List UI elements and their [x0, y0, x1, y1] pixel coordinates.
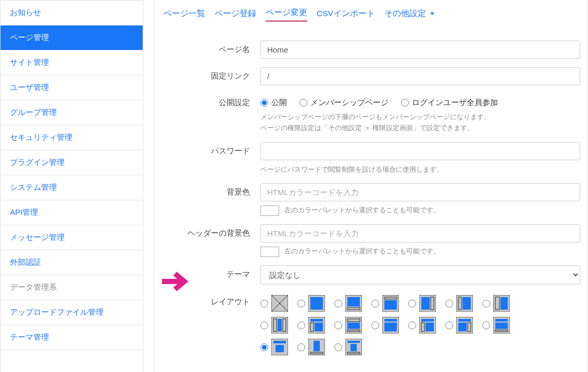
layout-icon-header-left-main: [308, 317, 325, 333]
tab-other-settings-label: その他設定: [384, 9, 426, 18]
sidebar-item-external-auth[interactable]: 外部認証: [1, 250, 143, 275]
tab-csv-import[interactable]: CSVインポート: [317, 8, 375, 21]
layout-icon-left-main-2: [493, 295, 510, 312]
sidebar-item-upload-mgmt[interactable]: アップロードファイル管理: [1, 300, 143, 325]
header-bgcolor-help: 左のカラーパレットから選択することも可能です。: [284, 248, 440, 255]
layout-opt-2-4[interactable]: [371, 317, 399, 333]
header-bgcolor-palette-button[interactable]: [260, 247, 279, 257]
layout-opt-2-5[interactable]: [408, 317, 436, 333]
layout-icon-header-main: [382, 295, 399, 312]
layout-icon-header-main-footer: [345, 317, 362, 333]
layout-opt-3-3[interactable]: [334, 339, 362, 355]
svg-rect-37: [421, 323, 424, 331]
svg-rect-46: [495, 330, 508, 331]
visibility-membership-label: メンバーシップページ: [310, 98, 389, 108]
layout-opt-1-6[interactable]: [445, 295, 473, 312]
sidebar-item-theme-mgmt[interactable]: テーマ管理: [1, 325, 143, 350]
tabs: ページ一覧 ページ登録 ページ変更 CSVインポート その他設定: [161, 0, 580, 26]
visibility-label: 公開設定: [161, 94, 260, 134]
tab-page-edit[interactable]: ページ変更: [266, 7, 307, 22]
svg-rect-22: [278, 319, 282, 331]
password-label: パスワード: [161, 142, 260, 175]
password-input[interactable]: [260, 142, 580, 160]
svg-rect-4: [310, 297, 323, 310]
fixed-link-label: 固定リンク: [161, 67, 260, 85]
visibility-login-all[interactable]: ログインユーザ全員参加: [401, 98, 498, 108]
svg-rect-45: [495, 323, 508, 329]
svg-rect-55: [351, 344, 357, 351]
header-bgcolor-input[interactable]: [260, 224, 580, 242]
sidebar-item-message-mgmt[interactable]: メッセージ管理: [1, 225, 143, 250]
layout-opt-3-1[interactable]: [260, 339, 288, 355]
main-content: ページ一覧 ページ登録 ページ変更 CSVインポート その他設定 ページ名 固定…: [154, 0, 588, 372]
layout-icon-hlm: [419, 317, 436, 333]
sidebar-item-security-mgmt[interactable]: セキュリティ管理: [1, 125, 143, 150]
svg-rect-38: [426, 323, 434, 331]
visibility-login-all-radio[interactable]: [401, 99, 409, 107]
svg-rect-27: [315, 323, 323, 331]
layout-opt-1-4[interactable]: [371, 295, 399, 312]
layout-opt-1-2[interactable]: [297, 295, 325, 312]
layout-opt-1-7[interactable]: [482, 295, 510, 312]
svg-rect-19: [501, 297, 508, 310]
visibility-public[interactable]: 公開: [260, 98, 287, 108]
svg-rect-54: [347, 341, 360, 343]
layout-opt-2-7[interactable]: [482, 317, 510, 333]
sidebar-item-api-mgmt[interactable]: API管理: [1, 200, 143, 225]
visibility-public-label: 公開: [271, 98, 287, 108]
svg-rect-52: [310, 352, 323, 354]
sidebar-item-user-mgmt[interactable]: ユーザ管理: [1, 75, 143, 100]
layout-icon-none: [271, 295, 288, 312]
caret-down-icon: [430, 12, 434, 15]
sidebar-item-plugin-mgmt[interactable]: プラグイン管理: [1, 150, 143, 175]
layout-icon-left-main-1: [456, 295, 473, 312]
svg-rect-56: [347, 352, 360, 354]
svg-rect-34: [384, 323, 397, 331]
layout-label: レイアウト: [161, 293, 260, 355]
layout-icon-window-2: [308, 339, 325, 355]
layout-opt-2-3[interactable]: [334, 317, 362, 333]
layout-opt-2-6[interactable]: [445, 317, 473, 333]
theme-select[interactable]: 設定なし: [260, 265, 580, 285]
sidebar-item-page-mgmt[interactable]: ページ管理: [1, 25, 143, 50]
layout-opt-1-5[interactable]: [408, 295, 436, 312]
layout-icon-header-main-side: [382, 317, 399, 333]
svg-rect-16: [462, 297, 471, 310]
svg-rect-25: [310, 319, 323, 322]
sidebar-item-group-mgmt[interactable]: グループ管理: [1, 100, 143, 125]
svg-rect-51: [314, 341, 320, 351]
visibility-membership-radio[interactable]: [299, 99, 307, 107]
tab-page-list[interactable]: ページ一覧: [164, 8, 205, 21]
password-help: ページにパスワードで閲覧制限を設ける場合に使用します。: [260, 164, 580, 175]
layout-opt-1-3[interactable]: [334, 295, 362, 312]
svg-rect-6: [347, 297, 360, 306]
sidebar-item-system-mgmt[interactable]: システム管理: [1, 175, 143, 200]
layout-icon-hmf2: [493, 317, 510, 333]
visibility-public-radio[interactable]: [260, 99, 268, 107]
sidebar-item-site-mgmt[interactable]: サイト管理: [1, 50, 143, 75]
layout-opt-2-1[interactable]: [260, 317, 288, 333]
page-form: ページ名 固定リンク 公開設定 公開: [161, 41, 580, 355]
svg-rect-30: [347, 323, 360, 329]
tab-other-settings[interactable]: その他設定: [384, 8, 434, 21]
visibility-login-all-label: ログインユーザ全員参加: [412, 98, 498, 108]
svg-rect-21: [273, 319, 277, 331]
visibility-membership[interactable]: メンバーシップページ: [299, 98, 389, 108]
bgcolor-palette-button[interactable]: [260, 206, 279, 216]
svg-rect-31: [347, 330, 360, 331]
layout-opt-3-2[interactable]: [297, 339, 325, 355]
layout-opt-1-1[interactable]: [260, 295, 288, 312]
page-name-label: ページ名: [161, 41, 260, 59]
sidebar-item-notice[interactable]: お知らせ: [1, 1, 143, 25]
svg-rect-29: [347, 319, 360, 322]
svg-rect-13: [431, 297, 434, 310]
layout-icon-main-right: [419, 295, 436, 312]
bgcolor-input[interactable]: [260, 183, 580, 201]
fixed-link-input[interactable]: [260, 67, 580, 85]
tab-page-register[interactable]: ページ登録: [215, 8, 256, 21]
svg-rect-41: [458, 323, 467, 331]
page-name-input[interactable]: [260, 41, 580, 59]
layout-icon-hcm-r: [456, 317, 473, 333]
layout-opt-2-2[interactable]: [297, 317, 325, 333]
svg-rect-7: [347, 307, 360, 310]
